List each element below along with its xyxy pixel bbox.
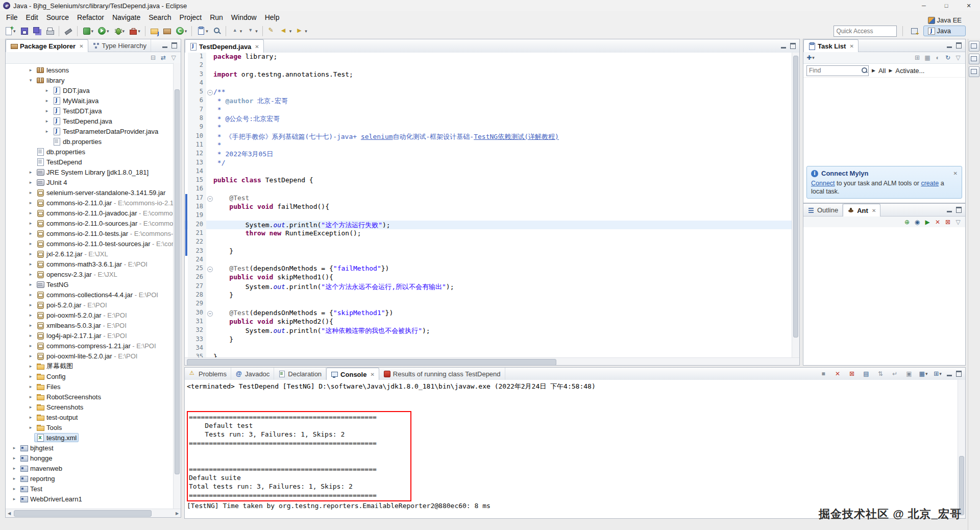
tree-item[interactable]: ▸屏幕截图 — [6, 361, 174, 371]
code-line[interactable]: 17 @Test — [185, 194, 792, 203]
open-perspective-button[interactable] — [909, 25, 920, 38]
twistie-icon[interactable]: ▸ — [27, 221, 34, 226]
tree-item[interactable]: ▸poi-ooxml-5.2.0.jar - E:\POI — [6, 310, 174, 320]
close-icon[interactable]: ✕ — [79, 43, 83, 49]
scrollbar-thumb[interactable] — [793, 56, 798, 338]
tree-item[interactable]: ▸poi-ooxml-lite-5.2.0.jar - E:\POI — [6, 351, 174, 361]
twistie-icon[interactable]: ▸ — [43, 129, 51, 134]
twistie-icon[interactable]: ▸ — [11, 476, 18, 481]
tree-item[interactable]: ▸commons-io-2.11.0-javadoc.jar - E:\comm… — [6, 208, 174, 218]
run-button[interactable]: ▾ — [95, 25, 111, 38]
remove-all-button[interactable]: ⊠ — [943, 218, 952, 227]
twistie-icon[interactable]: ▸ — [27, 394, 34, 399]
tree-item[interactable]: ▸commons-io-2.11.0-sources.jar - E:\comm… — [6, 218, 174, 228]
tree-item[interactable]: ▸TestDDT.java — [6, 106, 174, 116]
view-maximize-button[interactable] — [790, 43, 796, 49]
remove-all-terminated-button[interactable]: ⊠ — [847, 369, 856, 378]
tab-outline[interactable]: Outline — [803, 204, 843, 216]
remove-launch-button[interactable]: ✕ — [833, 369, 842, 378]
save-all-button[interactable] — [31, 25, 43, 38]
twistie-icon[interactable]: ▸ — [11, 445, 18, 450]
new-task-button[interactable]: ✚▾ — [806, 53, 815, 62]
twistie-icon[interactable]: ▸ — [43, 118, 51, 124]
maximize-button[interactable]: □ — [935, 0, 958, 11]
close-icon[interactable]: ✕ — [370, 372, 374, 377]
perspective-java[interactable]: Java — [923, 26, 966, 36]
twistie-icon[interactable]: ▸ — [27, 415, 34, 420]
view-maximize-button[interactable] — [956, 42, 962, 49]
tree-item[interactable]: ▸WebDriverLearn1 — [6, 494, 174, 504]
code-line[interactable]: 21 throw new RuntimeException(); — [185, 229, 792, 238]
code-line[interactable]: 2 — [185, 61, 792, 70]
tab-type-hierarchy[interactable]: Type Hierarchy — [88, 39, 151, 52]
twistie-icon[interactable]: ▸ — [27, 67, 34, 73]
twistie-icon[interactable]: ▸ — [11, 466, 18, 471]
twistie-icon[interactable]: ▸ — [27, 231, 34, 236]
menu-edit[interactable]: Edit — [22, 12, 42, 22]
tree-item[interactable]: ▸JRE System Library [jdk1.8.0_181] — [6, 167, 174, 177]
view-menu-button[interactable]: ▽ — [953, 53, 963, 62]
clear-console-button[interactable]: ▤ — [862, 369, 871, 378]
display-selected-console-button[interactable]: ▦▾ — [919, 369, 928, 378]
perspective-java-ee[interactable]: Java EE — [923, 15, 966, 26]
terminate-button[interactable]: ■ — [819, 369, 828, 378]
code-line[interactable]: 7 * — [185, 106, 792, 114]
twistie-icon[interactable]: ▸ — [27, 302, 34, 307]
twistie-icon[interactable]: ▸ — [27, 374, 34, 379]
menu-help[interactable]: Help — [261, 12, 284, 22]
view-minimize-button[interactable] — [947, 46, 952, 48]
tree-item[interactable]: ▸commons-io-2.11.0.jar - E:\commons-io-2… — [6, 198, 174, 208]
last-edit-location-button[interactable] — [265, 25, 278, 38]
code-line[interactable]: 34 — [185, 344, 792, 353]
view-maximize-button[interactable] — [956, 371, 962, 377]
tree-item[interactable]: ▸jxl-2.6.12.jar - E:\JXL — [6, 249, 174, 259]
fold-marker-icon[interactable] — [206, 194, 213, 203]
close-button[interactable]: ✕ — [958, 0, 980, 11]
new-java-project-button[interactable] — [148, 25, 161, 38]
menu-search[interactable]: Search — [144, 12, 175, 22]
close-icon[interactable]: ✕ — [872, 208, 876, 213]
code-line[interactable]: 33 } — [185, 335, 792, 344]
debug-button[interactable]: ▾ — [111, 25, 127, 38]
menu-file[interactable]: File — [2, 12, 22, 22]
tree-item[interactable]: ▾library — [6, 75, 174, 85]
tab-javadoc[interactable]: Javadoc — [231, 368, 274, 380]
tab-testdepend-java[interactable]: TestDepend.java✕ — [185, 39, 264, 53]
link-with-editor-button[interactable]: ⇄ — [159, 53, 168, 62]
twistie-icon[interactable]: ▸ — [11, 455, 18, 461]
tree-item[interactable]: ▸Tools — [6, 422, 174, 432]
new-class-button[interactable]: ▾ — [174, 25, 189, 38]
search-button[interactable] — [210, 25, 223, 38]
tree-item[interactable]: ▸log4j-api-2.17.1.jar - E:\POI — [6, 330, 174, 341]
menu-project[interactable]: Project — [176, 12, 206, 22]
code-line[interactable]: 13 */ — [185, 159, 792, 167]
new-wizard-button[interactable]: ▾ — [2, 25, 18, 38]
twistie-icon[interactable]: ▸ — [27, 210, 34, 215]
external-tools-button[interactable]: ▾ — [127, 25, 142, 38]
find-input[interactable] — [806, 65, 869, 76]
filter-completed-button[interactable]: ◐ — [933, 53, 942, 62]
twistie-icon[interactable]: ▸ — [27, 190, 34, 195]
tree-item[interactable]: ▸Test — [6, 484, 174, 494]
twistie-icon[interactable]: ▸ — [11, 496, 18, 501]
code-line[interactable]: 27 System.out.println("这个方法永远不会运行,所以不会有输… — [185, 282, 792, 291]
save-button[interactable] — [18, 25, 31, 38]
minimized-view-button[interactable] — [969, 54, 979, 64]
view-minimize-button[interactable] — [947, 211, 952, 212]
tree-item[interactable]: ▸Config — [6, 371, 174, 381]
tree-item[interactable]: ▸selenium-server-standalone-3.141.59.jar — [6, 187, 174, 198]
tree-item[interactable]: ▸commons-io-2.11.0-test-sources.jar - E:… — [6, 238, 174, 249]
scope-all-dropdown[interactable]: All — [878, 67, 886, 75]
twistie-icon[interactable]: ▸ — [27, 282, 34, 287]
view-minimize-button[interactable] — [781, 47, 786, 49]
twistie-icon[interactable]: ▸ — [43, 98, 51, 103]
code-line[interactable]: 19 — [185, 211, 792, 220]
view-menu-button[interactable]: ▽ — [169, 53, 178, 62]
twistie-icon[interactable]: ▸ — [27, 241, 34, 246]
twistie-icon[interactable]: ▸ — [43, 108, 51, 113]
coverage-button[interactable]: ▾ — [80, 25, 96, 38]
tab-declaration[interactable]: Declaration — [274, 368, 326, 380]
code-line[interactable]: 23 } — [185, 247, 792, 256]
view-maximize-button[interactable] — [172, 42, 177, 49]
code-editor[interactable]: 1package library;23import org.testng.ann… — [185, 53, 792, 358]
